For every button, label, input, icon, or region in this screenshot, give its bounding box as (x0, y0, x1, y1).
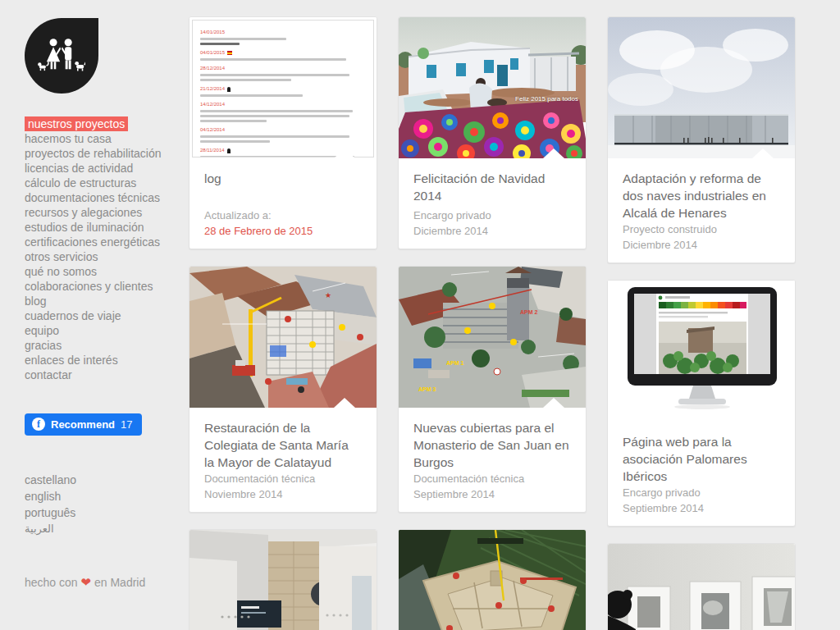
made-with-love-pre: hecho con (25, 576, 78, 589)
sidebar-item-7[interactable]: estudios de iluminación (25, 220, 171, 235)
grid-column-3: Adaptación y reforma de dos naves indust… (607, 16, 796, 630)
card-meta-label: Documentación técnica (204, 472, 315, 485)
sidebar-item-2[interactable]: proyectos de rehabilitación (25, 146, 171, 161)
sidebar-item-4[interactable]: cálculo de estructuras (25, 176, 171, 190)
sidebar-item-5[interactable]: documentaciones técnicas (25, 190, 171, 205)
log-entry-text-line (200, 110, 353, 112)
log-entry-text-line (200, 58, 346, 61)
web-thumbnail[interactable] (608, 281, 795, 422)
log-entry-text-line (200, 115, 349, 117)
card-meta-date: Noviembre 2014 (204, 488, 282, 500)
sidebar-item-3[interactable]: licencias de actividad (25, 161, 171, 176)
thumb-notch (543, 398, 564, 408)
log-entry-text-line (200, 120, 267, 122)
card-body: Página web para la asociación Palomares … (608, 422, 795, 526)
aerial-fortress-image (399, 530, 586, 630)
card-title[interactable]: Página web para la asociación Palomares … (623, 433, 780, 485)
log-entry-text-line (200, 140, 270, 143)
project-grid: 14/01/201504/01/201528/12/201421/12/2014… (189, 16, 796, 630)
log-entry-text-line (200, 43, 240, 45)
thumb-notch (543, 148, 564, 158)
sidebar-item-15[interactable]: gracias (25, 338, 171, 353)
sidebar-item-1[interactable]: hacemos tu casa (25, 131, 171, 146)
card-meta-date: Diciembre 2014 (413, 225, 488, 237)
project-card-web[interactable]: Página web para la asociación Palomares … (607, 280, 796, 527)
facebook-recommend-button[interactable]: f Recommend 17 (25, 413, 142, 436)
log-entry-text-line (200, 74, 349, 76)
log-entry-text-line (200, 79, 291, 81)
family-with-pets-logo[interactable] (25, 18, 98, 94)
penguin-icon (227, 148, 231, 153)
log-entry-date: 21/12/2014 (200, 86, 366, 92)
language-item-3[interactable]: العربية (25, 521, 171, 537)
card-meta-label: Proyecto construido (623, 223, 717, 235)
monasterio-thumbnail[interactable]: APM 1 APM 2 APM 3 (399, 267, 586, 408)
monastery-axonometric-image: APM 1 APM 2 APM 3 (399, 267, 586, 408)
card-meta-label: Encargo privado (413, 209, 491, 221)
sidebar-item-13[interactable]: cuadernos de viaje (25, 308, 171, 323)
sidebar-item-10[interactable]: qué no somos (25, 264, 171, 279)
sidebar-item-11[interactable]: colaboraciones y clientes (25, 279, 171, 294)
card-meta: Encargo privado Septiembre 2014 (623, 485, 780, 516)
svg-text:★: ★ (325, 291, 331, 299)
card-title[interactable]: Nuevas cubiertas para el Monasterio de S… (413, 419, 571, 471)
sidebar-item-14[interactable]: equipo (25, 323, 171, 338)
log-entry-text-line (200, 38, 286, 40)
card-title[interactable]: Restauración de la Colegiata de Santa Ma… (204, 419, 362, 471)
log-thumbnail[interactable]: 14/01/201504/01/201528/12/201421/12/2014… (189, 17, 377, 158)
apm2-label: APM 2 (520, 309, 538, 315)
aerial-thumbnail[interactable] (399, 530, 586, 630)
thumb-notch (334, 148, 355, 158)
log-entry-text-line (200, 135, 349, 138)
log-entry-date: 14/01/2015 (200, 30, 366, 35)
language-item-2[interactable]: português (25, 504, 171, 521)
project-card-aerial[interactable] (398, 529, 587, 630)
gallery-exhibition-photo (608, 544, 795, 630)
grid-column-2: Feliz 2015 para todos Felicitación de Na… (398, 16, 587, 630)
card-title[interactable]: log (204, 170, 362, 208)
project-card-naves[interactable]: Adaptación y reforma de dos naves indust… (607, 16, 796, 263)
sidebar-item-8[interactable]: certificaciones energéticas (25, 235, 171, 249)
log-entry-date: 28/12/2014 (200, 66, 366, 71)
naves-thumbnail[interactable] (608, 17, 795, 158)
sidebar-item-0[interactable]: nuestros proyectos (25, 116, 171, 131)
card-meta-date: Diciembre 2014 (623, 239, 697, 251)
project-card-navidad[interactable]: Feliz 2015 para todos Felicitación de Na… (398, 16, 587, 249)
penguin-icon (227, 87, 231, 92)
navidad-thumbnail[interactable]: Feliz 2015 para todos (399, 17, 586, 158)
card-meta: Proyecto construido Diciembre 2014 (623, 221, 780, 253)
card-title[interactable]: Felicitación de Navidad 2014 (413, 170, 571, 208)
gallery-thumbnail[interactable] (608, 544, 795, 630)
card-meta-label: Actualizado a: (204, 209, 272, 221)
industrial-building-render (608, 17, 795, 158)
project-card-gallery[interactable] (607, 543, 796, 630)
card-body: Restauración de la Colegiata de Santa Ma… (189, 408, 377, 512)
card-title[interactable]: Adaptación y reforma de dos naves indust… (623, 170, 780, 221)
language-item-1[interactable]: english (25, 488, 171, 504)
sidebar-item-6[interactable]: recursos y alegaciones (25, 205, 171, 220)
apm3-label: APM 3 (418, 386, 436, 392)
card-meta: Documentación técnica Septiembre 2014 (413, 471, 571, 502)
desktop-monitor-image (608, 281, 795, 422)
log-entry-text-line (200, 156, 354, 158)
card-meta-label: Encargo privado (623, 486, 701, 499)
made-with-love: hecho con ❤ en Madrid (25, 575, 171, 590)
facebook-count: 17 (121, 418, 132, 431)
project-card-log[interactable]: 14/01/201504/01/201528/12/201421/12/2014… (189, 16, 377, 249)
card-meta-date: Septiembre 2014 (413, 488, 495, 500)
card-meta: Documentación técnica Noviembre 2014 (204, 471, 362, 502)
interior-thumbnail[interactable]: 30 (189, 530, 377, 630)
project-card-interior[interactable]: 30 (189, 529, 377, 630)
colegiata-thumbnail[interactable]: ★ (189, 267, 377, 408)
card-meta-label: Documentación técnica (413, 472, 524, 485)
sidebar-item-16[interactable]: enlaces de interés (25, 353, 171, 368)
thumb-notch (334, 398, 355, 408)
project-card-monasterio[interactable]: APM 1 APM 2 APM 3 Nuevas cubiertas para … (398, 266, 587, 513)
sidebar-item-9[interactable]: otros servicios (25, 249, 171, 264)
sidebar-item-17[interactable]: contactar (25, 368, 171, 382)
sidebar-item-12[interactable]: blog (25, 294, 171, 308)
card-body: Felicitación de Navidad 2014 Encargo pri… (399, 158, 586, 249)
card-meta: Actualizado a: 28 de Febrero de 2015 (204, 208, 362, 239)
language-item-0[interactable]: castellano (25, 472, 171, 488)
project-card-colegiata[interactable]: ★ (189, 266, 377, 513)
